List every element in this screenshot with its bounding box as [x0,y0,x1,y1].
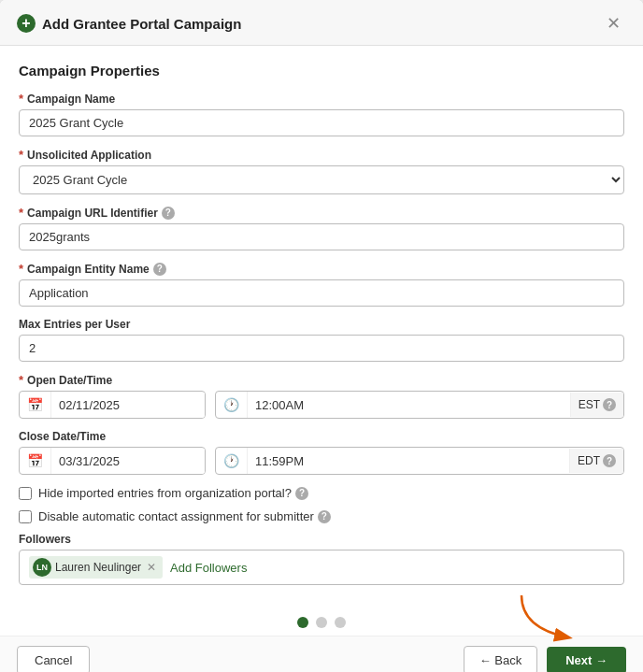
modal-container: + Add Grantee Portal Campaign ✕ Campaign… [0,0,643,672]
close-button[interactable]: ✕ [601,11,626,36]
followers-box[interactable]: LN Lauren Neulinger ✕ Add Followers [19,550,624,585]
hide-imported-checkbox[interactable] [19,487,32,500]
close-tz: EDT ? [569,449,623,473]
disable-help-icon[interactable]: ? [318,510,331,523]
calendar-icon-open: 📅 [20,392,51,418]
disable-assignment-row: Disable automatic contact assignment for… [19,509,624,523]
open-time-field[interactable]: 🕐 EST ? [215,391,624,419]
max-entries-group: Max Entries per User [19,318,624,362]
open-datetime-group: * Open Date/Time 📅 🕐 EST ? [19,373,624,419]
open-datetime-label: * Open Date/Time [19,373,624,387]
close-datetime-group: Close Date/Time 📅 🕐 EDT ? [19,430,624,475]
clock-icon-close: 🕐 [216,448,248,474]
modal-body: Campaign Properties * Campaign Name * Un… [0,46,643,606]
open-tz: EST ? [570,393,623,417]
unsolicited-label: * Unsolicited Application [19,148,624,162]
disable-assignment-checkbox[interactable] [19,510,32,523]
open-date-input[interactable] [51,393,205,418]
close-date-field[interactable]: 📅 [19,447,206,475]
required-marker: * [19,92,23,106]
open-time-input[interactable] [248,393,570,418]
close-datetime-row: 📅 🕐 EDT ? [19,447,624,475]
max-entries-input[interactable] [19,335,624,362]
close-datetime-label: Close Date/Time [19,430,624,443]
back-button[interactable]: ← Back [464,646,538,672]
unsolicited-group: * Unsolicited Application 2025 Grant Cyc… [19,148,624,194]
dot-1 [297,617,308,628]
close-time-input[interactable] [248,449,569,474]
hide-imported-help-icon[interactable]: ? [295,487,308,500]
max-entries-label: Max Entries per User [19,318,624,331]
followers-label: Followers [19,533,624,546]
close-time-field[interactable]: 🕐 EDT ? [215,447,624,475]
followers-group: Followers LN Lauren Neulinger ✕ Add Foll… [19,533,624,585]
open-date-field[interactable]: 📅 [19,391,206,419]
url-help-icon[interactable]: ? [162,207,175,220]
entity-name-label: * Campaign Entity Name ? [19,262,624,276]
dot-3 [335,617,346,628]
modal-title-area: + Add Grantee Portal Campaign [17,14,241,33]
open-datetime-row: 📅 🕐 EST ? [19,391,624,419]
next-button[interactable]: Next → [547,647,626,672]
url-identifier-label: * Campaign URL Identifier ? [19,206,624,220]
dot-2 [316,617,327,628]
footer-right: ← Back Next → [464,646,626,672]
required-marker2: * [19,148,23,162]
add-icon: + [17,14,36,33]
campaign-name-input[interactable] [19,109,624,136]
open-tz-help-icon[interactable]: ? [603,398,616,411]
add-followers-link[interactable]: Add Followers [170,561,247,575]
url-identifier-input[interactable] [19,223,624,250]
entity-help-icon[interactable]: ? [153,263,166,276]
follower-remove-button[interactable]: ✕ [147,561,156,574]
required-marker4: * [19,262,23,276]
clock-icon-open: 🕐 [216,392,248,418]
modal-header: + Add Grantee Portal Campaign ✕ [0,0,643,46]
required-marker5: * [19,373,23,387]
campaign-name-group: * Campaign Name [19,92,624,136]
pagination-dots [0,606,643,636]
follower-tag: LN Lauren Neulinger ✕ [29,556,163,579]
follower-name: Lauren Neulinger [55,561,141,574]
close-date-input[interactable] [51,449,205,474]
hide-imported-label: Hide imported entries from organization … [38,486,308,500]
modal-footer: Cancel ← Back Next → [0,636,643,672]
calendar-icon-close: 📅 [20,448,51,474]
entity-name-input[interactable] [19,279,624,307]
url-identifier-group: * Campaign URL Identifier ? [19,206,624,250]
disable-assignment-label: Disable automatic contact assignment for… [38,509,331,523]
entity-name-group: * Campaign Entity Name ? [19,262,624,307]
campaign-name-label: * Campaign Name [19,92,624,106]
required-marker3: * [19,206,23,220]
hide-imported-row: Hide imported entries from organization … [19,486,624,500]
section-title: Campaign Properties [19,63,624,79]
close-tz-help-icon[interactable]: ? [603,454,616,467]
unsolicited-select[interactable]: 2025 Grant Cycle [19,165,624,194]
cancel-button[interactable]: Cancel [17,646,90,672]
follower-avatar: LN [33,558,51,577]
modal-title: Add Grantee Portal Campaign [42,16,241,32]
